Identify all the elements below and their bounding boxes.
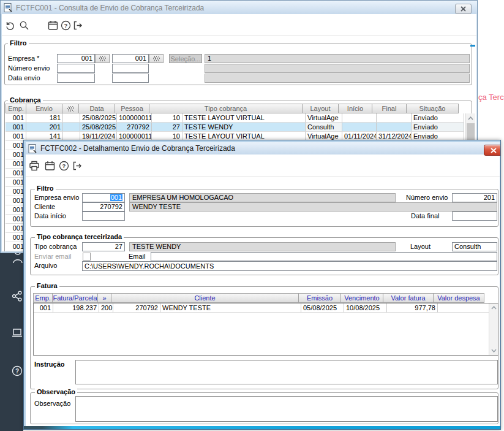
data-inicio-label: Data início [34, 212, 66, 221]
fatura-grid-body: 001 198.237 200 270792 WENDY TESTE 05/08… [33, 303, 498, 356]
col-tipo-cobranca[interactable]: Tipo cobrança [149, 104, 303, 113]
table-row-selected[interactable]: 001 201 25/08/2025 270792 27 TESTE WENDY… [6, 123, 464, 132]
col-expand[interactable]: » [97, 293, 111, 303]
data-envio-to-input[interactable] [112, 74, 149, 83]
empresa-from-input[interactable]: 001 [57, 54, 95, 63]
observacao-textarea[interactable] [75, 396, 498, 422]
undo-icon[interactable] [4, 20, 15, 31]
empresa-label: Empresa * [8, 54, 39, 63]
print-icon[interactable] [29, 160, 40, 171]
window2-bottom-frame [24, 426, 501, 430]
lookup-icon [153, 56, 160, 61]
col-vencimento[interactable]: Vencimento [340, 293, 383, 303]
help-icon[interactable]: ? [12, 365, 23, 376]
data-envio-from-input[interactable] [57, 74, 95, 83]
readonly-field [205, 64, 470, 73]
scroll-up-icon[interactable] [489, 303, 498, 312]
numero-envio-input[interactable]: 201 [452, 193, 497, 202]
share-icon[interactable] [12, 291, 23, 302]
col-envio[interactable]: Envio [26, 104, 62, 113]
lookup-column-icon[interactable] [62, 104, 79, 113]
empresa-to-lookup-button[interactable] [149, 54, 164, 63]
readonly-field [205, 74, 470, 83]
tipo-cobranca-label: Tipo cobrança [34, 242, 77, 251]
col-layout[interactable]: Layout [302, 104, 339, 113]
background-page-text: ça Terc [478, 93, 504, 102]
search-icon[interactable] [18, 20, 29, 31]
window1-close-button[interactable] [455, 4, 472, 14]
col-cliente[interactable]: Cliente [111, 293, 299, 303]
selected-text: 001 [110, 194, 122, 201]
toolbar-separator [26, 177, 500, 177]
help-icon[interactable]: ? [60, 20, 71, 31]
arquivo-label: Arquivo [34, 261, 57, 270]
scroll-up-icon[interactable] [466, 113, 475, 123]
cliente-label: Cliente [34, 202, 55, 212]
fatura-scrollbar[interactable] [489, 303, 498, 355]
filtro-legend: Filtro [8, 39, 29, 47]
col-fatura-parcela[interactable]: Fatura/Parcela [52, 293, 98, 303]
toolbar-separator [1, 36, 477, 36]
svg-text:?: ? [64, 22, 67, 29]
numero-envio-label: Número envio [406, 193, 448, 202]
empresa-envio-input[interactable]: 001 [82, 193, 125, 202]
window2-close-button[interactable] [484, 145, 501, 156]
col-inicio[interactable]: Início [338, 104, 372, 113]
numero-envio-to-input[interactable] [112, 64, 149, 73]
window1-frame [1, 14, 2, 253]
exit-icon[interactable] [72, 160, 83, 171]
instrucao-textarea[interactable] [75, 360, 498, 384]
calendar-icon[interactable] [44, 160, 55, 171]
window-fctfc002: FCTFC002 - Detalhamento Envio de Cobranç… [23, 140, 501, 430]
observacao-label: Observação [34, 399, 70, 408]
cobranca-legend: Cobrança [8, 96, 43, 104]
col-pessoa[interactable]: Pessoa [115, 104, 149, 113]
window1-titlebar[interactable]: FCTFC001 - Consulta de Envio de Cobrança… [1, 1, 477, 14]
arquivo-input[interactable]: C:\USERS\WENDY.ROCHA\DOCUMENTS [82, 261, 497, 271]
cliente-input[interactable]: 270792 [82, 202, 125, 212]
cliente-desc-field: WENDY TESTE [129, 202, 497, 212]
data-envio-label: Data envio [8, 74, 40, 83]
enviar-email-checkbox[interactable] [83, 253, 91, 261]
col-valor-despesa[interactable]: Valor despesa [433, 293, 484, 303]
numero-envio-from-input[interactable] [57, 64, 95, 73]
calendar-icon[interactable] [47, 20, 58, 31]
window2-app-icon [28, 144, 37, 153]
empresa-from-lookup-button[interactable] [95, 54, 110, 63]
table-row[interactable]: 001 198.237 200 270792 WENDY TESTE 05/08… [34, 303, 498, 313]
tipo-cobranca-input[interactable]: 27 [82, 242, 125, 251]
selecao-button[interactable]: Seleção... [169, 54, 202, 63]
col-data[interactable]: Data [78, 104, 115, 113]
fatura-legend: Fatura [35, 282, 59, 289]
window2-titlebar[interactable]: FCTFC002 - Detalhamento Envio de Cobranç… [26, 142, 500, 154]
help-icon[interactable]: ? [58, 160, 69, 171]
exit-icon[interactable] [72, 20, 83, 31]
laptop-icon[interactable] [12, 327, 23, 338]
col-emp[interactable]: Emp. [6, 104, 26, 113]
empresa-to-input[interactable]: 001 [112, 54, 149, 63]
fatura-header-row: Emp. Fatura/Parcela » Cliente Emissão Ve… [33, 293, 484, 303]
window1-app-icon [4, 3, 12, 12]
col-valor-fatura[interactable]: Valor fatura [383, 293, 434, 303]
selecao-value-field: 1 [205, 54, 470, 63]
data-final-input[interactable] [452, 212, 497, 221]
svg-text:?: ? [62, 162, 66, 169]
data-inicio-input[interactable] [82, 212, 125, 221]
window2-title: FCTFC002 - Detalhamento Envio de Cobranç… [40, 144, 235, 153]
layout-input[interactable]: Consulth [452, 242, 497, 251]
col-final[interactable]: Final [372, 104, 407, 113]
data-final-label: Data final [411, 212, 439, 221]
svg-text:?: ? [15, 368, 19, 375]
table-row[interactable]: 001 181 25/08/2025 100000011 10 TESTE LA… [6, 113, 464, 123]
lookup-icon [67, 106, 74, 112]
numero-envio-label: Número envio [8, 64, 50, 73]
background-caret-mark [470, 45, 475, 47]
window1-title: FCTFC001 - Consulta de Envio de Cobrança… [16, 4, 204, 12]
email-input[interactable] [151, 252, 497, 261]
col-emp[interactable]: Emp. [33, 293, 53, 303]
lookup-icon [99, 56, 106, 61]
scroll-down-icon[interactable] [489, 346, 498, 354]
col-situacao[interactable]: Situação [406, 104, 459, 113]
email-label: Email [129, 252, 146, 261]
col-emissao[interactable]: Emissão [298, 293, 341, 303]
